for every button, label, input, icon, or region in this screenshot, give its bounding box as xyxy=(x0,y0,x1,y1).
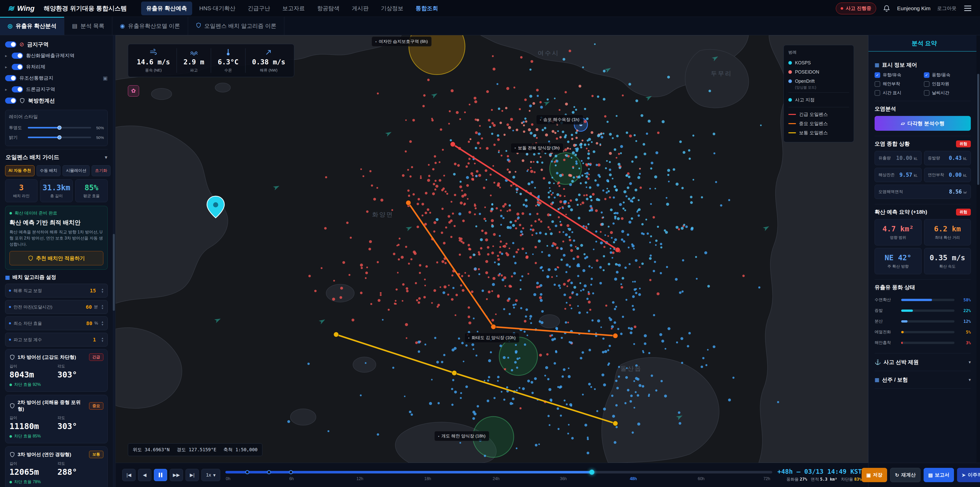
menu-weather-info[interactable]: 기상정보 xyxy=(376,2,409,15)
defense-line-card-3[interactable]: 3차 방어선 (연안 경량형) 보통 길이12065m 각도288° 차단 효율… xyxy=(5,446,108,487)
hamburger-menu-icon[interactable] xyxy=(963,5,972,12)
field-min-efficiency[interactable]: 최소 차단 효율 80 % ▲▼ xyxy=(5,316,108,330)
timeline-current-dot[interactable] xyxy=(589,469,594,475)
menu-hns[interactable]: HNS·대기확산 xyxy=(194,2,241,15)
expand-caret-icon[interactable]: ▸ xyxy=(5,87,9,92)
layer-row-restricted-zone[interactable]: ⊘ 금지구역 xyxy=(5,39,108,50)
map-area[interactable]: ▪여자만 습지보호구역 (6h)▪송포 해수욕장 (1h)▪보돌 전복 양식장 … xyxy=(116,35,868,463)
layer-row-drone-ban[interactable]: ▸ 드론금지구역 xyxy=(5,84,108,95)
layer-row-sulfur-zone[interactable]: ▸ 황산화물배출규제지역 xyxy=(5,50,108,61)
timeline-tick[interactable]: 6h xyxy=(289,477,294,481)
timeline-tick[interactable]: 72h xyxy=(763,477,770,481)
user-name[interactable]: Eunjeong Kim xyxy=(897,5,931,11)
field-safety-margin[interactable]: 안전 마진(도달시간) 60 분 ▲▼ xyxy=(5,300,108,314)
logout-button[interactable]: 로그아웃 xyxy=(937,5,956,12)
checkbox-wind[interactable]: ✓풍향/풍속 xyxy=(924,72,971,78)
menu-oil-spill-forecast[interactable]: 유출유 확산예측 xyxy=(141,2,192,15)
left-panel-scrollbar[interactable] xyxy=(113,35,115,487)
layer-toggle[interactable] xyxy=(5,97,16,104)
fence-guide-header[interactable]: 오일펜스 배치 가이드▾ xyxy=(5,149,108,164)
timeline-marker[interactable] xyxy=(289,470,293,474)
stepper-icon[interactable]: ▲▼ xyxy=(101,337,104,342)
legend-model-poseidon[interactable]: POSEIDON xyxy=(788,67,849,77)
page-scrollbar[interactable] xyxy=(977,35,980,463)
stepper-icon[interactable]: ▲▼ xyxy=(101,321,104,326)
timeline-tick[interactable]: 24h xyxy=(493,477,500,481)
timeline-marker[interactable] xyxy=(267,470,271,474)
vessel-spec-section[interactable]: ⚓사고 선박 제원▾ xyxy=(875,353,971,371)
report-button[interactable]: ▤보고서 xyxy=(924,468,954,482)
settings-box-icon[interactable]: ▣ xyxy=(103,75,108,81)
timeline-tick[interactable]: 36h xyxy=(560,477,567,481)
menu-aerial-search[interactable]: 항공탐색 xyxy=(312,2,345,15)
timeline-tick[interactable]: 18h xyxy=(425,477,431,481)
brightness-slider[interactable] xyxy=(28,137,91,138)
pause-button[interactable] xyxy=(154,469,167,481)
polygon-analysis-button[interactable]: ▱다각형 분석수행 xyxy=(875,116,971,131)
incident-status-badge[interactable]: 사고 진행중 xyxy=(836,3,876,14)
checkbox-time-display[interactable]: ✓시간 표시 xyxy=(875,90,922,96)
timeline-track[interactable] xyxy=(225,471,772,473)
ai-recommend-button[interactable]: AI 자동 추천 xyxy=(5,165,35,176)
field-current-orthogonal[interactable]: 해류 직교 보정 15 ▲▼ xyxy=(5,284,108,297)
oil-fence-lines[interactable] xyxy=(334,142,620,426)
checkbox-current[interactable]: ✓유향/유속 xyxy=(875,72,922,78)
menu-board[interactable]: 게시판 xyxy=(347,2,374,15)
layer-row-tanker-ban[interactable]: 유조선통행금지 ▣ xyxy=(5,72,108,84)
simulation-button[interactable]: 시뮬레이션 xyxy=(62,165,89,176)
send-button[interactable]: ➤이주적 xyxy=(957,468,980,482)
timeline-tick[interactable]: 48h xyxy=(630,477,637,481)
apply-recommendation-button[interactable]: 추천 배치안 적용하기 xyxy=(10,251,103,265)
app-logo[interactable]: ≋ Wing xyxy=(8,4,35,13)
stepper-icon[interactable]: ▲▼ xyxy=(101,288,104,294)
menu-reports[interactable]: 보고자료 xyxy=(277,2,310,15)
checkbox-weather-time[interactable]: ✓날씨시간 xyxy=(924,90,971,96)
expand-caret-icon[interactable]: ▸ xyxy=(5,65,9,69)
save-button[interactable]: ▣저장 xyxy=(862,468,887,482)
step-back-button[interactable]: ◀ xyxy=(138,469,151,481)
timeline-tick[interactable]: 12h xyxy=(356,477,363,481)
manual-place-button[interactable]: 수동 배치 xyxy=(37,165,60,176)
legend-model-kosps[interactable]: KOSPS xyxy=(788,58,849,67)
layer-toggle[interactable] xyxy=(12,86,23,93)
layer-toggle[interactable] xyxy=(5,42,16,48)
analysis-summary-tab[interactable]: 분석 요약 xyxy=(869,35,980,51)
skip-start-button[interactable]: |◀ xyxy=(122,469,135,481)
checkbox-nearby-resources[interactable]: ✓인접자원 xyxy=(924,81,971,87)
timeline-marker[interactable] xyxy=(245,470,249,474)
opacity-slider[interactable] xyxy=(28,127,91,128)
legend-model-opendrift[interactable]: OpenDrift xyxy=(788,77,849,86)
layer-row-nll[interactable]: 북방한계선 xyxy=(5,95,108,106)
layer-row-dispersant[interactable]: ▸ 유처리제 xyxy=(5,61,108,72)
tab-analysis-list[interactable]: ▤분석 목록 xyxy=(64,17,112,35)
timeline-tick[interactable]: 0h xyxy=(226,477,231,481)
menu-integrated-search[interactable]: 통합조회 xyxy=(410,2,443,15)
skip-end-button[interactable]: ▶| xyxy=(186,469,199,481)
layer-label: 황산화물배출규제지역 xyxy=(26,52,75,59)
tab-boom-algorithm-theory[interactable]: 오일펜스 배치 알고리즘 이론 xyxy=(188,17,284,35)
checkbox-shore-adhesion[interactable]: ✓해안부착 xyxy=(875,81,922,87)
defense-line-card-1[interactable]: 1차 방어선 (고강도 차단형) 긴급 길이8043m 각도303° 차단 효율… xyxy=(5,349,108,392)
expand-caret-icon[interactable]: ▸ xyxy=(5,53,9,58)
menu-rescue[interactable]: 긴급구난 xyxy=(243,2,275,15)
timeline-tick[interactable]: 60h xyxy=(698,477,705,481)
map-annotation-button[interactable]: ✿ xyxy=(128,85,139,97)
layer-toggle[interactable] xyxy=(5,75,16,81)
layer-toggle[interactable] xyxy=(12,53,23,59)
reset-button[interactable]: 초기화 xyxy=(92,165,110,176)
owner-insurance-section[interactable]: ▦선주 / 보험▾ xyxy=(875,371,971,389)
pollution-analysis-section: 오염분석 ▱다각형 분석수행 xyxy=(875,101,971,136)
layer-toggle[interactable] xyxy=(12,64,23,70)
recalculate-button[interactable]: ↻재계산 xyxy=(890,468,921,482)
map-canvas[interactable] xyxy=(116,35,868,463)
stepper-icon[interactable]: ▲▼ xyxy=(101,304,104,310)
defense-line-card-2[interactable]: 2차 방어선 (외해용 중형 포위형) 중요 길이11180m 각도303° 차… xyxy=(5,395,108,443)
tab-spill-analysis[interactable]: ◎유출유 확산분석 xyxy=(0,17,64,35)
bell-icon[interactable] xyxy=(883,5,891,12)
tab-model-theory[interactable]: ◉유출유확산모델 이론 xyxy=(112,17,188,35)
fast-forward-button[interactable]: ▶▶ xyxy=(170,469,183,481)
land-masses xyxy=(116,35,868,463)
field-wave-correction[interactable]: 파고 보정 계수 1 ▲▼ xyxy=(5,333,108,346)
speed-select[interactable]: 1x▾ xyxy=(201,469,220,481)
priority-badge: 긴급 xyxy=(89,353,103,361)
